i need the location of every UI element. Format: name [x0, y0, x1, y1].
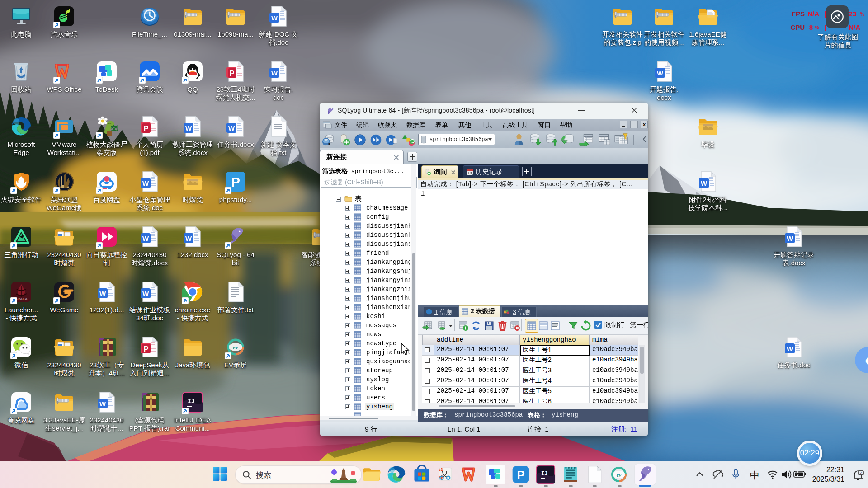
- svg-text:Z: Z: [860, 471, 862, 474]
- svg-text:P: P: [517, 469, 524, 481]
- svg-text:18: 18: [468, 171, 472, 175]
